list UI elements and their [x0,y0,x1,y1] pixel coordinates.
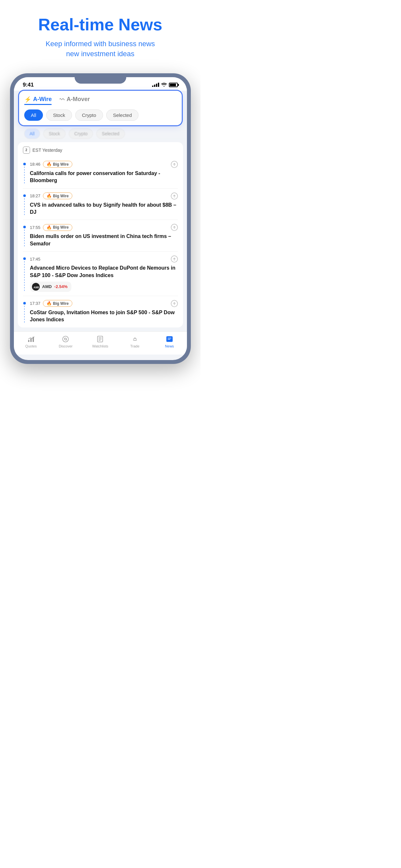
nav-quotes[interactable]: Quotes [21,335,41,348]
nav-news[interactable]: News [160,335,179,348]
watchlists-icon [96,335,104,343]
fire-icon-3: 🔥 [47,225,52,230]
filter-all[interactable]: All [24,110,43,121]
main-tabs: ⚡ A-Wire A-Mover [24,96,177,105]
blur-selected: Selected [96,128,125,139]
hero-title: Real-time News [10,16,190,34]
date-header: 2 EST Yesterday [23,142,178,157]
phone-frame: 9:41 [10,73,191,364]
fire-icon-1: 🔥 [47,162,52,166]
hero-section: Real-time News Keep informed with busine… [0,0,201,67]
svg-rect-7 [30,338,32,342]
nav-discover[interactable]: Discover [56,335,75,348]
news-time-5: 17:37 [30,301,41,306]
discover-icon [61,335,70,343]
tab-amover[interactable]: A-Mover [59,96,90,104]
news-item-2[interactable]: 18:27 🔥 Big Wire [23,189,178,220]
amover-label: A-Mover [66,96,90,103]
news-content-2: 18:27 🔥 Big Wire [30,192,178,216]
news-feed: 2 EST Yesterday 18:46 [18,142,183,328]
news-content-5: 17:37 🔥 Big Wire [30,300,178,323]
svg-text:AMD: AMD [33,285,38,289]
filter-pills: All Stock Crypto Selected [24,110,177,121]
news-time-1: 18:46 [30,162,41,166]
svg-point-12 [66,340,67,340]
big-wire-badge-2: 🔥 Big Wire [43,192,72,199]
share-button-4[interactable] [171,255,178,262]
trade-label: Trade [130,344,139,348]
phone-wrapper: 9:41 [0,73,201,364]
blur-stock: Stock [43,128,66,139]
news-time-3: 17:55 [30,225,41,230]
quotes-label: Quotes [25,344,36,348]
stock-tag-amd[interactable]: AMD AMD -2.54% [30,282,72,292]
wave-icon [59,97,65,102]
news-item-4[interactable]: 17:45 Advanced Micro Devices to Replace [23,252,178,296]
svg-rect-6 [28,340,29,342]
filter-crypto[interactable]: Crypto [75,110,103,121]
filter-selected[interactable]: Selected [106,110,138,121]
nav-trade[interactable]: Trade [125,335,145,348]
tab-awire[interactable]: ⚡ A-Wire [24,96,52,105]
news-item-5[interactable]: 17:37 🔥 Big Wire [23,296,178,328]
big-wire-badge-5: 🔥 Big Wire [43,300,72,307]
news-content-4: 17:45 Advanced Micro Devices to Replace [30,255,178,292]
news-headline-3: Biden mulls order on US investment in Ch… [30,233,178,247]
svg-point-10 [65,338,66,340]
timeline-line [24,306,25,323]
discover-label: Discover [59,344,73,348]
hero-subtitle: Keep informed with business newsnew inve… [10,39,190,59]
blur-crypto: Crypto [69,128,93,139]
news-content-1: 18:46 🔥 Big Wire [30,161,178,184]
filter-blur-strip: All Stock Crypto Selected [14,125,187,142]
news-headline-5: CoStar Group, Invitation Homes to join S… [30,309,178,323]
wifi-icon [161,82,167,88]
share-button-3[interactable] [171,224,178,231]
tab-highlight-box: ⚡ A-Wire A-Mover All S [19,91,182,125]
signal-icon [152,83,159,87]
fire-icon-2: 🔥 [47,193,52,198]
big-wire-badge-1: 🔥 Big Wire [43,161,72,167]
share-button-2[interactable] [171,192,178,199]
news-content-3: 17:55 🔥 Big Wire [30,224,178,247]
timeline-line [24,166,25,184]
svg-rect-14 [166,337,173,342]
share-button-5[interactable] [171,300,178,307]
nav-watchlists[interactable]: Watchlists [90,335,110,348]
news-time-4: 17:45 [30,257,41,261]
filter-stock[interactable]: Stock [46,110,72,121]
big-wire-badge-3: 🔥 Big Wire [43,224,72,231]
news-item-1[interactable]: 18:46 🔥 Big Wire [23,157,178,189]
status-time: 9:41 [23,82,34,88]
notch [74,73,126,84]
phone-inner: 9:41 [14,77,187,360]
timeline-line [24,229,25,247]
battery-icon [169,83,178,87]
news-icon [165,335,174,343]
news-headline-1: California calls for power conservation … [30,170,178,184]
share-button-1[interactable] [171,161,178,168]
stock-change: -2.54% [54,284,67,289]
news-item-3[interactable]: 17:55 🔥 Big Wire [23,220,178,252]
news-headline-2: CVS in advanced talks to buy Signify hea… [30,202,178,216]
svg-point-9 [63,336,68,342]
blur-all: All [24,128,40,139]
quotes-icon [27,335,35,343]
timeline-dot [23,226,26,228]
calendar-icon: 2 [23,147,30,154]
date-label: EST Yesterday [33,148,62,153]
timeline-dot [23,257,26,260]
trade-icon [131,335,139,343]
watchlists-label: Watchlists [92,344,109,348]
stock-ticker: AMD [42,284,52,289]
lightning-icon: ⚡ [24,96,31,103]
timeline-dot [23,163,26,165]
timeline-dot [23,302,26,305]
news-label: News [165,344,174,348]
awire-label: A-Wire [33,96,52,103]
fire-icon-5: 🔥 [47,301,52,306]
status-icons [152,82,178,88]
timeline-line [24,198,25,216]
svg-point-11 [64,338,65,338]
timeline-dot [23,194,26,197]
